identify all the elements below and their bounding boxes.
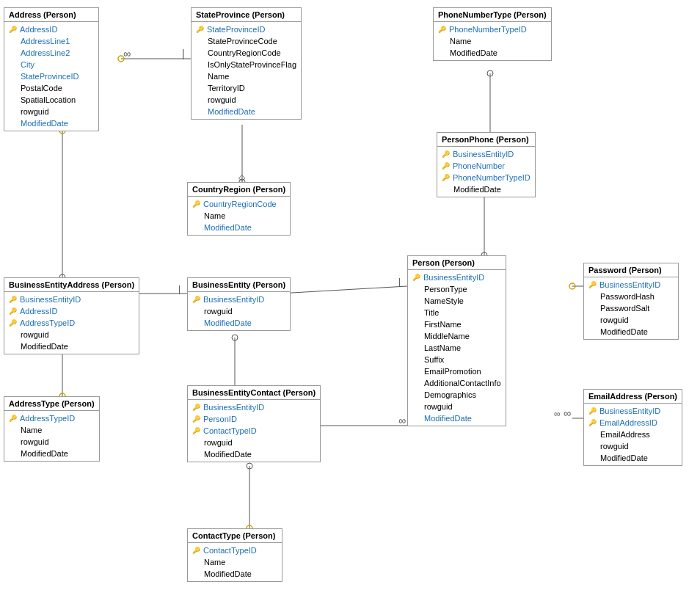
field-row: AddressLine1 — [4, 35, 98, 47]
key-icon: 🔑 — [412, 274, 420, 281]
field-name: PhoneNumber — [453, 161, 505, 170]
key-icon: 🔑 — [192, 404, 200, 411]
field-name: Name — [450, 37, 471, 45]
field-name: Name — [204, 211, 225, 220]
field-row: 🔑EmailAddressID — [584, 417, 682, 429]
svg-text:∞: ∞ — [554, 409, 561, 419]
field-name: PostalCode — [21, 84, 62, 92]
field-name: ModifiedDate — [424, 414, 472, 423]
field-row: LastName — [408, 342, 506, 354]
entity-body-personphone: 🔑BusinessEntityID🔑PhoneNumber🔑PhoneNumbe… — [437, 147, 535, 197]
field-row: ModifiedDate — [188, 317, 290, 329]
entity-header-addresstype: AddressType (Person) — [4, 397, 99, 411]
svg-point-28 — [569, 283, 575, 289]
field-row: AdditionalContactInfo — [408, 377, 506, 389]
field-name: ModifiedDate — [600, 453, 648, 462]
field-name: AddressTypeID — [20, 414, 75, 423]
field-row: ModifiedDate — [584, 326, 678, 338]
entity-body-contacttype: 🔑ContactTypeIDNameModifiedDate — [188, 543, 282, 581]
field-row: ModifiedDate — [192, 106, 301, 117]
field-row: ModifiedDate — [4, 117, 98, 129]
field-name: Demographics — [424, 390, 476, 399]
svg-text:∞: ∞ — [564, 407, 571, 419]
field-row: ModifiedDate — [188, 222, 290, 233]
field-name: AdditionalContactInfo — [424, 379, 501, 387]
field-row: rowguid — [408, 401, 506, 412]
entity-body-password: 🔑BusinessEntityIDPasswordHashPasswordSal… — [584, 277, 678, 339]
svg-line-17 — [279, 286, 407, 294]
field-name: PasswordHash — [600, 292, 655, 301]
field-row: ModifiedDate — [584, 452, 682, 464]
entity-businessentitycontact: BusinessEntityContact (Person)🔑BusinessE… — [187, 385, 321, 462]
field-row: 🔑BusinessEntityID — [188, 401, 320, 413]
field-name: BusinessEntityID — [423, 273, 484, 282]
field-name: EmailPromotion — [424, 367, 481, 376]
svg-point-33 — [247, 463, 252, 469]
entity-personphone: PersonPhone (Person)🔑BusinessEntityID🔑Ph… — [437, 132, 536, 197]
entity-header-person: Person (Person) — [408, 256, 506, 270]
field-row: EmailPromotion — [408, 365, 506, 377]
entity-businessentity: BusinessEntity (Person)🔑BusinessEntityID… — [187, 277, 291, 331]
field-name: MiddleName — [424, 332, 470, 340]
field-row: PostalCode — [4, 82, 98, 94]
field-name: ModifiedDate — [21, 119, 68, 128]
field-row: City — [4, 59, 98, 70]
entity-password: Password (Person)🔑BusinessEntityIDPasswo… — [583, 263, 679, 340]
field-row: rowguid — [192, 94, 301, 106]
key-icon: 🔑 — [442, 174, 450, 181]
field-row: ModifiedDate — [434, 47, 551, 59]
field-name: AddressID — [20, 25, 57, 34]
field-row: 🔑AddressID — [4, 23, 98, 35]
field-row: Name — [192, 70, 301, 82]
field-name: ModifiedDate — [450, 48, 497, 57]
svg-point-8 — [487, 70, 493, 76]
field-name: CountryRegionCode — [203, 200, 277, 208]
key-icon: 🔑 — [192, 547, 200, 554]
field-name: ModifiedDate — [208, 107, 255, 116]
field-name: rowguid — [424, 402, 453, 411]
field-row: MiddleName — [408, 330, 506, 342]
key-icon: 🔑 — [588, 419, 597, 426]
field-name: AddressTypeID — [20, 318, 75, 327]
field-name: ModifiedDate — [21, 449, 68, 458]
entity-header-stateprovince: StateProvince (Person) — [192, 8, 301, 22]
field-row: rowguid — [584, 314, 678, 326]
key-icon: 🔑 — [192, 427, 200, 434]
entity-body-emailaddress: 🔑BusinessEntityID🔑EmailAddressIDEmailAdd… — [584, 404, 682, 465]
field-name: Name — [208, 72, 229, 81]
field-row: rowguid — [188, 305, 290, 317]
entity-header-businessentity: BusinessEntity (Person) — [188, 278, 290, 292]
field-name: ModifiedDate — [21, 342, 68, 351]
field-name: rowguid — [600, 442, 629, 451]
field-row: 🔑PhoneNumber — [437, 160, 535, 172]
field-row: StateProvinceCode — [192, 35, 301, 47]
field-row: rowguid — [4, 106, 98, 117]
field-name: City — [21, 60, 34, 69]
entity-businessentityaddress: BusinessEntityAddress (Person)🔑BusinessE… — [4, 277, 139, 354]
key-icon: 🔑 — [192, 415, 200, 423]
field-name: AddressLine2 — [21, 48, 70, 57]
field-row: 🔑PersonID — [188, 413, 320, 425]
field-name: rowguid — [204, 307, 233, 316]
field-row: Demographics — [408, 389, 506, 401]
field-name: StateProvinceID — [21, 72, 79, 81]
field-name: PhoneNumberTypeID — [453, 173, 531, 182]
field-row: ModifiedDate — [408, 412, 506, 424]
field-row: 🔑BusinessEntityID — [188, 294, 290, 305]
entity-body-addresstype: 🔑AddressTypeIDNamerowguidModifiedDate — [4, 411, 99, 461]
field-row: ModifiedDate — [437, 183, 535, 195]
field-name: ModifiedDate — [204, 569, 252, 578]
field-row: rowguid — [4, 329, 139, 340]
entity-countryregion: CountryRegion (Person)🔑CountryRegionCode… — [187, 182, 291, 236]
field-row: Name — [4, 424, 99, 436]
entity-header-address: Address (Person) — [4, 8, 98, 22]
field-row: IsOnlyStateProvinceFlag — [192, 59, 301, 70]
field-row: ModifiedDate — [4, 448, 99, 459]
field-name: Name — [21, 426, 42, 434]
entity-header-countryregion: CountryRegion (Person) — [188, 183, 290, 197]
field-name: FirstName — [424, 320, 462, 329]
field-row: 🔑StateProvinceID — [192, 23, 301, 35]
field-row: Suffix — [408, 354, 506, 365]
svg-text:∞: ∞ — [398, 415, 406, 426]
field-row: NameStyle — [408, 295, 506, 307]
